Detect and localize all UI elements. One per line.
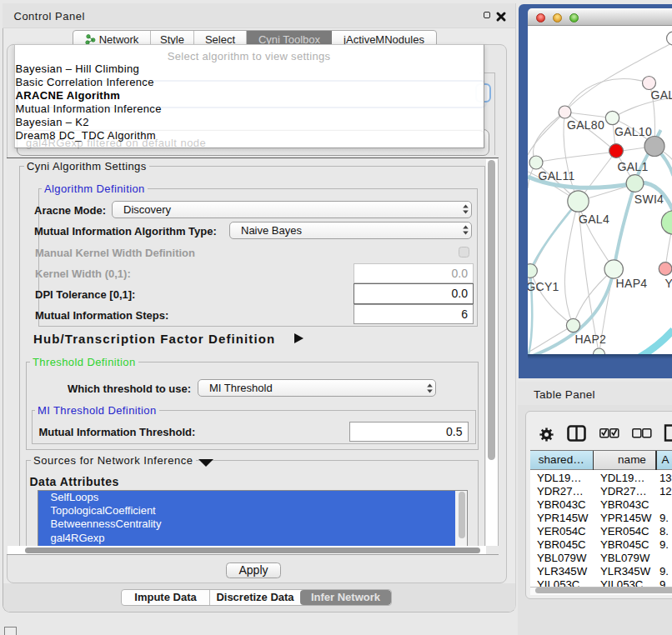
svg-text:HAP2: HAP2 — [574, 332, 606, 345]
svg-text:GAL4: GAL4 — [579, 212, 609, 226]
svg-text:Y: Y — [664, 277, 672, 290]
svg-text:GAL2: GAL2 — [650, 88, 672, 102]
svg-text:GAL1: GAL1 — [617, 159, 648, 172]
svg-text:HAP4: HAP4 — [615, 277, 647, 290]
svg-text:GAL80: GAL80 — [566, 118, 604, 132]
svg-text:GAL10: GAL10 — [614, 125, 651, 138]
svg-text:GAL11: GAL11 — [538, 169, 574, 182]
svg-text:SWI4: SWI4 — [634, 192, 663, 206]
svg-text:GCY1: GCY1 — [528, 279, 559, 292]
